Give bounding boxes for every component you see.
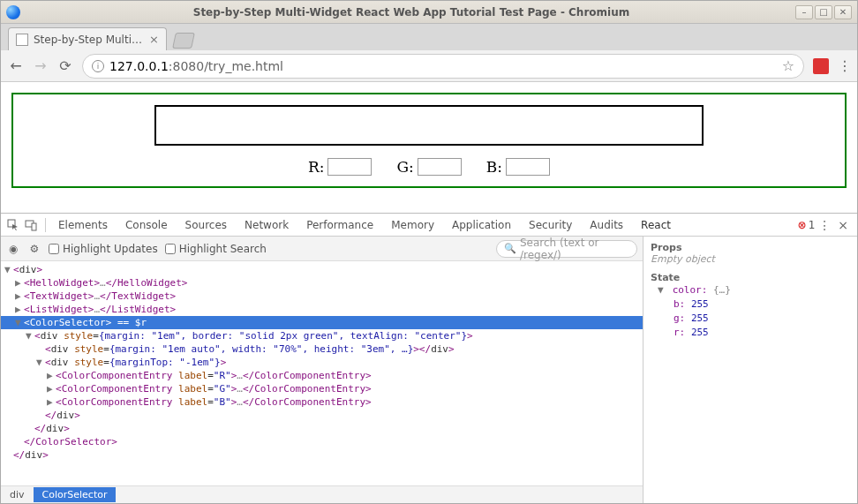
browser-menu-icon[interactable]: ⋮ [838,57,850,74]
crumb-div[interactable]: div [1,487,34,502]
crumb-colorselector[interactable]: ColorSelector [34,487,117,502]
extension-icon[interactable] [813,58,829,74]
devtools-panel: Elements Console Sources Network Perform… [1,213,857,503]
props-empty: Empty object [651,253,850,265]
tab-close-icon[interactable]: × [149,33,159,46]
react-search-input[interactable]: 🔍Search (text or /regex/) [496,240,637,258]
separator [45,218,46,232]
search-placeholder: Search (text or /regex/) [520,237,629,261]
r-field: R: [308,158,373,176]
search-icon: 🔍 [504,243,516,254]
inspect-element-icon[interactable] [6,218,20,232]
new-tab-button[interactable] [172,33,195,49]
tab-application[interactable]: Application [443,214,520,236]
react-toolbar: ◉ ⚙ Highlight Updates Highlight Search 🔍… [1,237,643,261]
bookmark-star-icon[interactable]: ☆ [782,57,794,74]
page-viewport: R: G: B: [1,82,857,213]
devtools-tabbar: Elements Console Sources Network Perform… [1,214,857,237]
url-port: :8080 [169,59,204,73]
close-button[interactable]: ✕ [834,5,852,19]
minimize-button[interactable]: – [795,5,813,19]
breadcrumb: div ColorSelector [1,485,643,503]
color-selector: R: G: B: [11,93,847,188]
r-label: R: [308,158,325,176]
g-field: G: [396,158,461,176]
highlight-search-toggle[interactable]: Highlight Search [165,243,267,255]
color-inputs-row: R: G: B: [13,158,845,176]
props-heading: Props [651,242,850,253]
back-button[interactable]: ← [8,58,24,74]
selected-node[interactable]: ▼<ColorSelector> == $r [1,316,643,329]
window-controls: – □ ✕ [795,5,852,19]
site-info-icon[interactable]: i [92,60,104,72]
tab-audits[interactable]: Audits [581,214,632,236]
highlight-updates-toggle[interactable]: Highlight Updates [49,243,158,255]
chromium-icon [6,5,20,19]
error-count: 1 [809,219,816,231]
url-text: 127.0.0.1:8080/try_me.html [109,59,777,73]
react-tree-panel: ◉ ⚙ Highlight Updates Highlight Search 🔍… [1,237,644,503]
url-path: /try_me.html [204,59,283,73]
tab-react[interactable]: React [632,214,680,236]
titlebar: Step-by-Step Multi-Widget React Web App … [1,1,857,24]
devtools-close-icon[interactable]: × [834,218,852,232]
address-bar[interactable]: i 127.0.0.1:8080/try_me.html ☆ [82,54,804,79]
error-badge-icon[interactable]: ⊗ [798,219,807,231]
tab-security[interactable]: Security [520,214,581,236]
tab-network[interactable]: Network [236,214,297,236]
tab-performance[interactable]: Performance [297,214,382,236]
g-label: G: [396,158,413,176]
browser-toolbar: ← → ⟳ i 127.0.0.1:8080/try_me.html ☆ ⋮ [1,50,857,82]
r-input[interactable] [327,158,372,176]
window-title: Step-by-Step Multi-Widget React Web App … [27,6,795,19]
state-b-row: b: 255 [651,297,850,312]
tab-console[interactable]: Console [117,214,177,236]
devtools-body: ◉ ⚙ Highlight Updates Highlight Search 🔍… [1,237,857,503]
eye-icon[interactable]: ◉ [6,242,20,256]
tab-strip: Step-by-Step Multi-W × [1,24,857,50]
favicon-icon [16,34,28,46]
url-host: 127.0.0.1 [109,59,169,73]
svg-rect-2 [32,223,36,230]
devtools-more-icon[interactable]: ⋮ [815,218,834,232]
highlight-search-label: Highlight Search [179,243,267,255]
maximize-button[interactable]: □ [815,5,832,19]
device-toolbar-icon[interactable] [24,218,38,232]
state-heading: State [651,272,850,283]
forward-button[interactable]: → [33,58,49,74]
tab-elements[interactable]: Elements [49,214,117,236]
b-input[interactable] [506,158,550,176]
window-root: Step-by-Step Multi-Widget React Web App … [0,0,858,504]
color-preview-box [154,105,704,146]
tab-sources[interactable]: Sources [177,214,236,236]
browser-tab[interactable]: Step-by-Step Multi-W × [8,27,167,50]
b-field: B: [486,158,550,176]
props-state-panel: Props Empty object State ▼ color: {…} b:… [644,237,857,503]
tab-memory[interactable]: Memory [382,214,443,236]
b-label: B: [486,158,502,176]
g-input[interactable] [418,158,462,176]
tab-title: Step-by-Step Multi-W [34,34,144,46]
state-g-row: g: 255 [651,312,850,326]
state-r-row: r: 255 [651,326,850,340]
highlight-updates-label: Highlight Updates [63,243,158,255]
reload-button[interactable]: ⟳ [57,58,73,74]
state-color-row[interactable]: ▼ color: {…} [651,283,850,297]
gear-icon[interactable]: ⚙ [27,242,41,256]
component-tree[interactable]: ▼<div> ▶<HelloWidget>…</HelloWidget> ▶<T… [1,261,643,485]
